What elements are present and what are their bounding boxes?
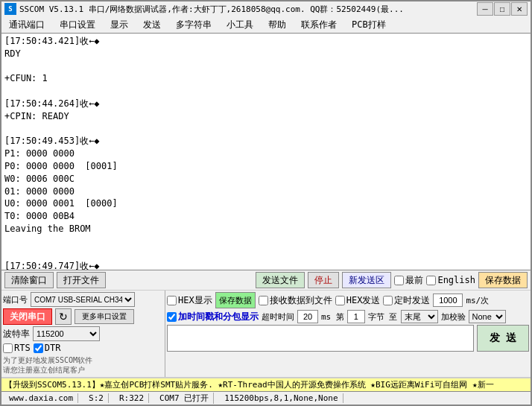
menu-send[interactable]: 发送: [139, 17, 165, 33]
menu-contact[interactable]: 联系作者: [297, 17, 341, 33]
terminal-text: [17:50:43.421]收←◆ RDY +CFUN: 1 [17:50:44…: [4, 35, 528, 270]
timeout-label: 超时时间: [262, 311, 294, 323]
new-send-area-button[interactable]: 新发送区: [342, 272, 391, 288]
baud-label: 波特率: [3, 328, 30, 340]
english-checkbox[interactable]: [426, 276, 436, 285]
timed-send-checkbox[interactable]: [383, 296, 393, 305]
port-ctrl-row: 关闭串口 ↻ 更多串口设置: [3, 308, 163, 325]
menu-port-settings[interactable]: 串口设置: [55, 17, 100, 33]
ticker-text: 【升级到SSCOM5.13.1】★嘉立创PCB打样SMT贴片服务. ★RT-Th…: [4, 380, 494, 390]
hex-send-checkbox[interactable]: [335, 296, 345, 305]
maximize-button[interactable]: □: [494, 2, 510, 16]
send-file-button[interactable]: 发送文件: [256, 272, 305, 288]
hex-options-row: HEX显示 保存数据 接收数据到文件 HEX发送 定时发送: [167, 292, 529, 308]
status-r: R:322: [115, 393, 149, 403]
send-input-row: 发 送: [167, 325, 529, 375]
latest-check-label[interactable]: 最前: [394, 274, 423, 287]
title-bar: S SSCOM V5.13.1 串口/网络数据调试器,作者:大虾丁丁,26180…: [0, 0, 532, 16]
hex-display-checkbox[interactable]: [167, 296, 177, 305]
timeout-input[interactable]: [297, 310, 318, 323]
status-website: www.daxia.com: [4, 393, 78, 403]
open-file-button[interactable]: 打开文件: [57, 272, 106, 288]
recv-file-text: 接收数据到文件: [270, 294, 332, 307]
terminal-output[interactable]: [17:50:43.421]收←◆ RDY +CFUN: 1 [17:50:44…: [1, 34, 531, 270]
title-bar-left: S SSCOM V5.13.1 串口/网络数据调试器,作者:大虾丁丁,26180…: [4, 3, 404, 15]
rts-checkbox[interactable]: [3, 343, 13, 353]
port-select[interactable]: COM7 USB-SERIAL CH340: [31, 292, 135, 307]
rts-label[interactable]: RTS: [3, 343, 31, 353]
action-row: 清除窗口 打开文件 发送文件 停止 新发送区 最前 English 保存数据: [1, 270, 531, 291]
dtr-text: DTR: [45, 343, 61, 353]
baud-row: 波特率 115200: [3, 326, 163, 341]
menu-multi-string[interactable]: 多字符串: [171, 17, 216, 33]
timed-interval-input[interactable]: [433, 294, 463, 307]
baud-select[interactable]: 115200: [33, 326, 100, 341]
more-port-button[interactable]: 更多串口设置: [75, 309, 134, 324]
status-port: COM7 已打开: [155, 393, 214, 404]
menu-display[interactable]: 显示: [106, 17, 133, 33]
byte-count-input[interactable]: [347, 310, 365, 323]
hex-display-text: HEX显示: [178, 294, 212, 307]
left-controls: 端口号 COM7 USB-SERIAL CH340 关闭串口 ↻ 更多串口设置 …: [1, 291, 165, 377]
hex-send-text: HEX发送: [346, 294, 381, 307]
save-data-button-top[interactable]: 保存数据: [478, 272, 528, 288]
save-data-button[interactable]: 保存数据: [215, 292, 256, 308]
ad-text: 为了更好地发展SSCOM软件请您注册嘉立创结尾客户: [3, 355, 163, 375]
send-button[interactable]: 发 送: [477, 325, 529, 352]
latest-label: 最前: [405, 274, 423, 287]
right-controls: HEX显示 保存数据 接收数据到文件 HEX发送 定时发送: [165, 291, 531, 377]
add-time-text: 加时间戳和分包显示: [178, 311, 259, 323]
rts-dtr-row: RTS DTR: [3, 343, 163, 353]
port-row: 端口号 COM7 USB-SERIAL CH340: [3, 292, 163, 307]
bottom-panel: 清除窗口 打开文件 发送文件 停止 新发送区 最前 English 保存数据 端…: [1, 270, 531, 405]
checksum-select[interactable]: None: [469, 310, 506, 323]
send-text-input[interactable]: [167, 325, 474, 352]
refresh-button[interactable]: ↻: [55, 308, 72, 325]
close-button[interactable]: ✕: [511, 2, 528, 16]
menu-bar: 通讯端口 串口设置 显示 发送 多字符串 小工具 帮助 联系作者 PCB打样: [0, 16, 532, 33]
menu-help[interactable]: 帮助: [264, 17, 291, 33]
rts-text: RTS: [14, 343, 31, 353]
main-window: [17:50:43.421]收←◆ RDY +CFUN: 1 [17:50:44…: [0, 33, 532, 406]
latest-checkbox[interactable]: [394, 276, 404, 285]
status-config: 115200bps,8,1,None,None: [220, 393, 343, 403]
window-controls: ─ □ ✕: [477, 2, 528, 16]
status-bar: www.daxia.com S:2 R:322 COM7 已打开 115200b…: [1, 391, 531, 405]
dtr-label[interactable]: DTR: [34, 343, 61, 353]
english-check-label[interactable]: English: [426, 275, 475, 285]
stop-button[interactable]: 停止: [308, 272, 339, 288]
byte-unit: 字节 至: [368, 311, 398, 323]
status-s: S:2: [84, 393, 109, 403]
timestamp-row: 加时间戳和分包显示 超时时间 ms 第 字节 至 末尾 加校验 None: [167, 310, 529, 323]
byte-end-select[interactable]: 末尾: [401, 310, 438, 323]
app-icon: S: [4, 3, 16, 15]
checksum-label: 加校验: [441, 311, 466, 323]
hex-display-label[interactable]: HEX显示: [167, 294, 212, 307]
menu-communications[interactable]: 通讯端口: [4, 17, 49, 33]
close-port-button[interactable]: 关闭串口: [3, 308, 52, 325]
add-time-checkbox[interactable]: [167, 312, 177, 322]
hex-send-label[interactable]: HEX发送: [335, 294, 381, 307]
clear-window-button[interactable]: 清除窗口: [4, 272, 54, 288]
timed-unit: ms/次: [466, 295, 489, 306]
timed-send-text: 定时发送: [394, 294, 430, 307]
timed-send-label[interactable]: 定时发送: [383, 294, 430, 307]
port-label: 端口号: [3, 294, 28, 305]
minimize-button[interactable]: ─: [477, 2, 493, 16]
add-time-label[interactable]: 加时间戳和分包显示: [167, 311, 259, 323]
recv-file-label[interactable]: 接收数据到文件: [259, 294, 332, 307]
dtr-checkbox[interactable]: [34, 343, 43, 353]
english-label: English: [437, 275, 475, 285]
timeout-unit: ms 第: [321, 311, 344, 323]
menu-tools[interactable]: 小工具: [222, 17, 258, 33]
menu-pcb[interactable]: PCB打样: [347, 17, 390, 33]
recv-file-checkbox[interactable]: [259, 296, 268, 305]
ticker-bar: 【升级到SSCOM5.13.1】★嘉立创PCB打样SMT贴片服务. ★RT-Th…: [1, 378, 531, 391]
window-title: SSCOM V5.13.1 串口/网络数据调试器,作者:大虾丁丁,2618058…: [19, 4, 404, 15]
